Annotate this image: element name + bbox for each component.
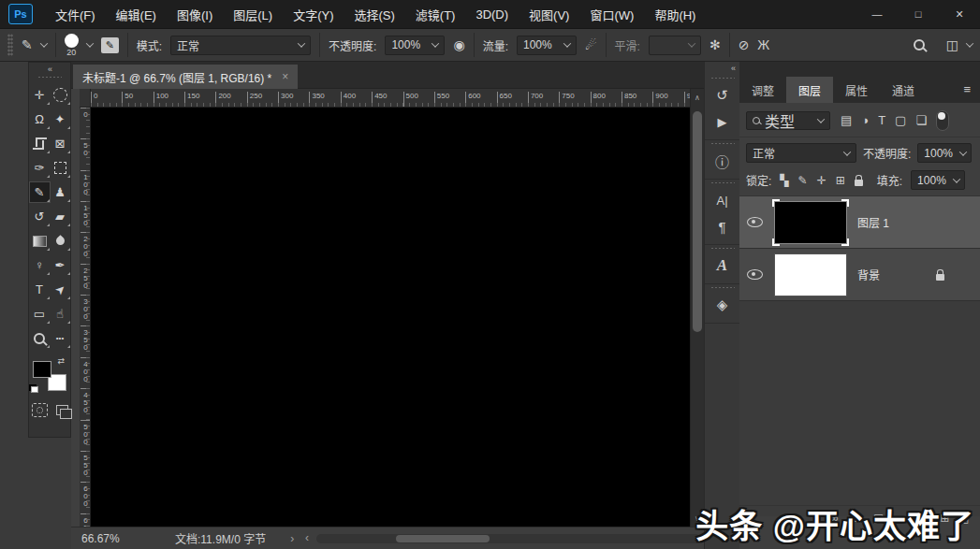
- gradient-tool[interactable]: [30, 231, 50, 251]
- horizontal-scrollbar[interactable]: [316, 534, 700, 543]
- layer-visibility-cell[interactable]: [739, 269, 770, 280]
- zoom-tool[interactable]: [30, 328, 50, 348]
- vertical-ruler[interactable]: 050100150200250300350400450500550600650: [80, 108, 91, 527]
- edit-toolbar-button[interactable]: •••: [51, 328, 70, 348]
- dock-group-grip[interactable]: [710, 77, 735, 80]
- lock-transparent-pixels-icon[interactable]: ▚: [780, 175, 788, 186]
- menu-item-图层(L)[interactable]: 图层(L): [223, 0, 283, 28]
- smoothing-select[interactable]: [649, 36, 701, 55]
- menu-item-选择(S)[interactable]: 选择(S): [344, 0, 404, 28]
- lock-all-icon[interactable]: [855, 180, 863, 186]
- tool-preset-brush-icon[interactable]: ✎: [22, 37, 33, 52]
- vertical-scrollbar[interactable]: ∧ ∨: [690, 89, 704, 527]
- layer-row-背景[interactable]: 背景: [739, 249, 980, 301]
- smoothing-options-gear-icon[interactable]: ✻: [709, 37, 721, 52]
- layer-filter-type-select[interactable]: 类型: [746, 111, 830, 130]
- workspace-chevron-icon[interactable]: [966, 39, 973, 47]
- layer-thumbnail[interactable]: [774, 253, 847, 296]
- default-colors-icon[interactable]: [31, 386, 38, 393]
- menu-item-滤镜(T)[interactable]: 滤镜(T): [405, 0, 466, 28]
- lasso-tool[interactable]: Ω: [30, 109, 50, 129]
- panel-tab-图层[interactable]: 图层: [786, 77, 833, 103]
- menu-item-文件(F)[interactable]: 文件(F): [45, 0, 106, 28]
- brush-tool[interactable]: ✎: [30, 182, 50, 202]
- character-styles-panel-icon[interactable]: A: [705, 253, 739, 279]
- options-bar-grip[interactable]: [7, 34, 13, 56]
- document-tab[interactable]: 未标题-1 @ 66.7% (图层 1, RGB/16) * ×: [73, 65, 298, 89]
- filter-type-layers-icon[interactable]: T: [878, 114, 885, 126]
- path-selection-tool[interactable]: ➤: [51, 280, 70, 299]
- flow-select[interactable]: 100%: [517, 36, 577, 55]
- toggle-brush-settings-icon[interactable]: ✎: [101, 37, 119, 53]
- magic-wand-tool[interactable]: ✦: [51, 109, 70, 129]
- zoom-level-field[interactable]: 66.67%: [71, 532, 147, 545]
- filter-shape-layers-icon[interactable]: ▢: [895, 114, 906, 126]
- move-tool[interactable]: ✛: [30, 85, 50, 105]
- paint-symmetry-icon[interactable]: Ж: [757, 37, 769, 52]
- filter-toggle-switch[interactable]: [936, 110, 949, 131]
- tool-preset-chevron-icon[interactable]: [39, 39, 47, 47]
- close-button[interactable]: ✕: [939, 0, 980, 28]
- pressure-opacity-icon[interactable]: ◉: [453, 37, 464, 52]
- elliptical-marquee-tool[interactable]: [51, 85, 70, 105]
- swap-colors-icon[interactable]: ⇄: [57, 356, 65, 366]
- airbrush-icon[interactable]: ☄: [585, 37, 597, 52]
- foreground-color-swatch[interactable]: [33, 361, 51, 378]
- frame-tool[interactable]: ⊠: [51, 134, 70, 153]
- layer-blend-mode-select[interactable]: 正常: [746, 143, 856, 163]
- status-menu-chevron-icon[interactable]: ›: [290, 532, 294, 545]
- brush-tip-picker[interactable]: 20: [65, 34, 79, 57]
- filter-smart-objects-icon[interactable]: ❏: [915, 114, 927, 126]
- rectangle-tool[interactable]: ▭: [30, 304, 50, 324]
- menu-item-窗口(W)[interactable]: 窗口(W): [579, 0, 644, 28]
- menu-item-3D(D)[interactable]: 3D(D): [465, 0, 519, 28]
- eye-icon[interactable]: [747, 217, 763, 227]
- screen-mode-icon[interactable]: [56, 405, 68, 415]
- filter-pixel-layers-icon[interactable]: ▤: [841, 114, 852, 126]
- dock-group-grip[interactable]: [710, 142, 735, 146]
- menu-item-帮助(H)[interactable]: 帮助(H): [644, 0, 706, 28]
- layer-opacity-select[interactable]: 100%: [917, 143, 972, 163]
- maximize-button[interactable]: □: [898, 0, 939, 28]
- 3d-panel-icon[interactable]: ◈: [705, 292, 739, 318]
- menu-item-图像(I)[interactable]: 图像(I): [167, 0, 223, 28]
- layer-thumbnail[interactable]: [774, 201, 847, 244]
- expand-dock-icon[interactable]: «: [705, 62, 739, 75]
- eraser-tool[interactable]: ▰: [51, 207, 70, 226]
- panel-tab-调整[interactable]: 调整: [739, 77, 786, 103]
- eye-icon[interactable]: [747, 269, 763, 280]
- lock-artboard-icon[interactable]: ⊞: [836, 175, 845, 186]
- panel-tab-属性[interactable]: 属性: [833, 77, 880, 103]
- vertical-scrollbar-thumb[interactable]: [693, 111, 702, 332]
- type-tool[interactable]: T: [30, 280, 50, 299]
- layer-row-图层 1[interactable]: 图层 1: [739, 196, 980, 249]
- paragraph-panel-icon[interactable]: ¶: [705, 213, 739, 239]
- canvas[interactable]: [91, 108, 690, 527]
- clone-stamp-tool[interactable]: ♟: [51, 182, 70, 202]
- panel-menu-icon[interactable]: ≡: [963, 82, 971, 96]
- scroll-up-icon[interactable]: ∧: [691, 91, 704, 104]
- quick-mask-mode-icon[interactable]: [32, 403, 48, 417]
- hand-tool[interactable]: ☝: [51, 304, 70, 324]
- dock-group-grip[interactable]: [710, 286, 735, 290]
- history-brush-tool[interactable]: ↺: [30, 207, 50, 226]
- workspace-switcher-icon[interactable]: ◫: [946, 37, 958, 52]
- menu-item-编辑(E)[interactable]: 编辑(E): [106, 0, 167, 28]
- character-panel-icon[interactable]: A|: [705, 187, 739, 213]
- opacity-select[interactable]: 100%: [385, 36, 445, 55]
- crop-tool[interactable]: [30, 134, 50, 153]
- blur-tool[interactable]: [51, 231, 70, 251]
- healing-brush-tool[interactable]: [51, 158, 70, 178]
- blend-mode-select[interactable]: 正常: [170, 36, 311, 55]
- minimize-button[interactable]: —: [856, 0, 898, 28]
- info-panel-icon[interactable]: ⓘ: [705, 148, 739, 174]
- menu-item-文字(Y)[interactable]: 文字(Y): [283, 0, 344, 28]
- filter-adjustment-layers-icon[interactable]: ◑: [861, 114, 869, 126]
- horizontal-ruler[interactable]: 0501001502002503003504004505005506006507…: [80, 89, 690, 108]
- layer-visibility-cell[interactable]: [739, 217, 770, 227]
- actions-panel-icon[interactable]: ▶: [705, 108, 739, 135]
- pressure-size-icon[interactable]: ⊘: [739, 37, 750, 52]
- pen-tool[interactable]: ✒: [51, 255, 70, 275]
- dock-group-grip[interactable]: [710, 181, 735, 185]
- lock-position-icon[interactable]: ✛: [817, 175, 826, 186]
